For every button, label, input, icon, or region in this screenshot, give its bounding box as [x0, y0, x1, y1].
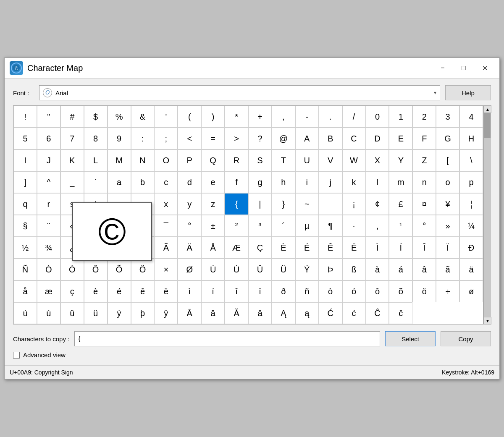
- char-cell[interactable]: (: [178, 106, 201, 128]
- char-cell[interactable]: ¥: [436, 193, 459, 215]
- char-cell[interactable]: ¾: [37, 237, 60, 259]
- char-cell[interactable]: ~: [295, 193, 319, 215]
- char-cell[interactable]: F: [412, 128, 436, 149]
- char-cell[interactable]: M: [108, 149, 131, 171]
- char-cell[interactable]: [319, 193, 342, 215]
- char-cell[interactable]: Ð: [459, 237, 483, 259]
- advanced-view-checkbox[interactable]: [13, 352, 20, 358]
- char-cell[interactable]: Ã: [154, 237, 178, 259]
- char-cell[interactable]: Ì: [366, 237, 389, 259]
- font-select[interactable]: O Arial ▾: [39, 85, 440, 100]
- char-cell[interactable]: ': [154, 106, 178, 128]
- char-cell[interactable]: ½: [13, 237, 37, 259]
- char-cell[interactable]: ù: [13, 302, 37, 324]
- char-cell[interactable]: 0: [366, 106, 389, 128]
- char-cell[interactable]: ć: [342, 302, 366, 324]
- char-cell[interactable]: Ê: [319, 237, 342, 259]
- char-cell[interactable]: Í: [389, 237, 412, 259]
- char-cell[interactable]: ò: [319, 280, 342, 302]
- char-cell[interactable]: ü: [84, 302, 108, 324]
- char-cell[interactable]: Ô: [84, 259, 108, 280]
- char-cell[interactable]: ö: [412, 280, 436, 302]
- char-cell[interactable]: 8: [84, 128, 108, 149]
- char-cell[interactable]: j: [319, 171, 342, 193]
- char-cell[interactable]: è: [84, 280, 108, 302]
- char-cell[interactable]: ô: [366, 280, 389, 302]
- char-cell[interactable]: Ā: [178, 302, 201, 324]
- char-cell[interactable]: {: [225, 193, 248, 215]
- char-cell[interactable]: a: [108, 171, 131, 193]
- char-cell[interactable]: y: [178, 193, 201, 215]
- char-cell[interactable]: á: [389, 259, 412, 280]
- char-cell[interactable]: ¨: [37, 215, 60, 237]
- char-cell[interactable]: Ó: [60, 259, 84, 280]
- char-cell[interactable]: k: [342, 171, 366, 193]
- char-cell[interactable]: p: [459, 171, 483, 193]
- char-cell[interactable]: ì: [178, 280, 201, 302]
- char-cell[interactable]: ¼: [459, 215, 483, 237]
- char-cell[interactable]: õ: [389, 280, 412, 302]
- char-cell[interactable]: ·: [342, 215, 366, 237]
- char-cell[interactable]: B: [319, 128, 342, 149]
- char-cell[interactable]: o: [436, 171, 459, 193]
- char-cell[interactable]: à: [366, 259, 389, 280]
- char-cell[interactable]: Ĉ: [366, 302, 389, 324]
- char-cell[interactable]: é: [108, 280, 131, 302]
- char-cell[interactable]: D: [366, 128, 389, 149]
- char-cell[interactable]: ): [201, 106, 225, 128]
- char-cell[interactable]: =: [201, 128, 225, 149]
- char-cell[interactable]: -: [295, 106, 319, 128]
- char-cell[interactable]: E: [389, 128, 412, 149]
- char-cell[interactable]: e: [201, 171, 225, 193]
- char-cell[interactable]: C: [342, 128, 366, 149]
- char-cell[interactable]: Ą: [272, 302, 295, 324]
- char-cell[interactable]: ¢: [366, 193, 389, 215]
- scroll-up-button[interactable]: ▲: [484, 105, 491, 113]
- char-cell[interactable]: â: [412, 259, 436, 280]
- char-cell[interactable]: ±: [201, 215, 225, 237]
- char-cell[interactable]: ¡: [342, 193, 366, 215]
- char-cell[interactable]: R: [225, 149, 248, 171]
- char-cell[interactable]: &: [131, 106, 155, 128]
- char-cell[interactable]: »: [436, 215, 459, 237]
- char-cell[interactable]: 6: [37, 128, 60, 149]
- char-cell[interactable]: ý: [108, 302, 131, 324]
- char-cell[interactable]: n: [412, 171, 436, 193]
- char-cell[interactable]: þ: [131, 302, 155, 324]
- char-cell[interactable]: æ: [37, 280, 60, 302]
- char-cell[interactable]: ´: [272, 215, 295, 237]
- char-cell[interactable]: ¹: [389, 215, 412, 237]
- char-cell[interactable]: ß: [342, 259, 366, 280]
- char-cell[interactable]: °: [178, 215, 201, 237]
- char-cell[interactable]: .: [319, 106, 342, 128]
- char-cell[interactable]: r: [37, 193, 60, 215]
- char-cell[interactable]: S: [248, 149, 272, 171]
- char-cell[interactable]: ā: [201, 302, 225, 324]
- char-cell[interactable]: ¤: [412, 193, 436, 215]
- char-cell[interactable]: Ò: [37, 259, 60, 280]
- char-cell[interactable]: 5: [13, 128, 37, 149]
- char-cell[interactable]: ÷: [436, 280, 459, 302]
- char-cell[interactable]: g: [248, 171, 272, 193]
- char-cell[interactable]: 4: [459, 106, 483, 128]
- char-cell[interactable]: J: [37, 149, 60, 171]
- help-button[interactable]: Help: [445, 85, 491, 100]
- char-cell[interactable]: Ý: [295, 259, 319, 280]
- char-cell[interactable]: c: [154, 171, 178, 193]
- char-cell[interactable]: H: [459, 128, 483, 149]
- char-cell[interactable]: i: [295, 171, 319, 193]
- char-cell[interactable]: P: [178, 149, 201, 171]
- char-cell[interactable]: Ă: [225, 302, 248, 324]
- advanced-view-label[interactable]: Advanced view: [23, 351, 66, 358]
- char-cell[interactable]: Z: [412, 149, 436, 171]
- char-cell[interactable]: Ú: [225, 259, 248, 280]
- char-cell[interactable]: <: [178, 128, 201, 149]
- char-cell[interactable]: ,: [366, 215, 389, 237]
- char-cell[interactable]: L: [84, 149, 108, 171]
- char-cell[interactable]: ă: [248, 302, 272, 324]
- close-button[interactable]: ✕: [475, 61, 494, 75]
- char-cell[interactable]: Ù: [201, 259, 225, 280]
- char-cell[interactable]: X: [366, 149, 389, 171]
- char-cell[interactable]: ã: [436, 259, 459, 280]
- char-cell[interactable]: ": [37, 106, 60, 128]
